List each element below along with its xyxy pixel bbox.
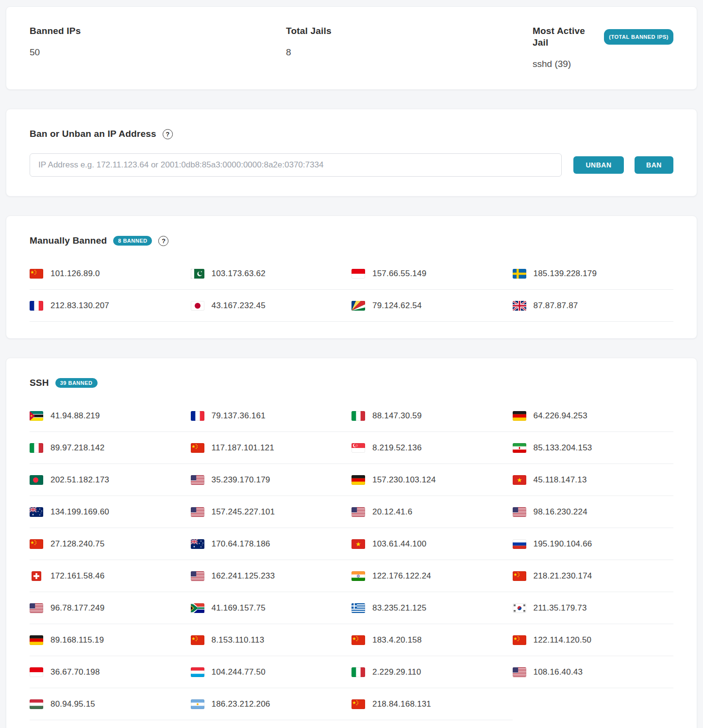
flag-it-icon xyxy=(30,443,43,453)
banned-ip-address: 104.244.77.50 xyxy=(212,667,266,677)
flag-lu-icon xyxy=(191,667,204,677)
banned-ip-item: 122.114.120.50 xyxy=(513,624,674,656)
question-circle-icon[interactable]: ? xyxy=(163,129,173,139)
flag-us-icon xyxy=(513,667,526,677)
flag-kr-icon xyxy=(513,603,526,613)
flag-id-icon xyxy=(352,269,365,279)
banned-ip-item: 85.133.204.153 xyxy=(513,432,674,464)
banned-ip-address: 170.64.178.186 xyxy=(212,539,270,549)
flag-ir-icon xyxy=(513,443,526,453)
flag-cn-icon xyxy=(513,635,526,645)
total-jails-value: 8 xyxy=(286,47,533,58)
flag-pk-icon xyxy=(191,269,204,279)
banned-ip-item: 79.124.62.54 xyxy=(352,290,513,322)
ip-address-input[interactable] xyxy=(30,153,562,177)
banned-ip-item: 134.199.169.60 xyxy=(30,496,191,528)
ssh-ip-grid: 41.94.88.219 79.137.36.161 88.147.30.59 … xyxy=(30,400,673,720)
banned-ip-item: 186.23.212.206 xyxy=(191,688,352,720)
banned-ip-item: 87.87.87.87 xyxy=(513,290,674,322)
dashboard-page: Banned IPs 50 Total Jails 8 Most Active … xyxy=(0,0,703,728)
banned-ip-address: 79.137.36.161 xyxy=(212,411,266,421)
ban-form-card: Ban or Unban an IP Address ? UNBAN BAN xyxy=(6,109,697,197)
banned-ip-address: 43.167.232.45 xyxy=(212,301,266,311)
banned-ip-address: 85.133.204.153 xyxy=(534,443,592,453)
banned-ip-item: 202.51.182.173 xyxy=(30,464,191,496)
banned-ip-item: 172.161.58.46 xyxy=(30,560,191,592)
banned-ip-address: 41.94.88.219 xyxy=(50,411,100,421)
stat-most-active-jail: Most Active Jail (TOTAL BANNED IPS) sshd… xyxy=(533,25,673,70)
banned-ip-address: 80.94.95.15 xyxy=(50,699,95,709)
banned-ip-item: 83.235.21.125 xyxy=(352,592,513,624)
banned-ip-item: 8.219.52.136 xyxy=(352,432,513,464)
banned-ip-address: 157.230.103.124 xyxy=(372,475,436,485)
flag-ru-icon xyxy=(513,539,526,549)
banned-ip-item: 218.84.168.131 xyxy=(352,688,513,720)
banned-ip-item: 157.66.55.149 xyxy=(352,258,513,290)
banned-ip-address: 8.153.110.113 xyxy=(212,635,265,645)
banned-ip-item: 98.16.230.224 xyxy=(513,496,674,528)
stat-banned-ips: Banned IPs 50 xyxy=(30,25,286,70)
manually-banned-ip-grid: 101.126.89.0 103.173.63.62 157.66.55.149… xyxy=(30,258,673,322)
banned-ip-item: 96.78.177.249 xyxy=(30,592,191,624)
total-banned-ips-badge: (TOTAL BANNED IPS) xyxy=(604,29,673,45)
banned-ip-address: 218.84.168.131 xyxy=(372,699,431,709)
banned-ips-label: Banned IPs xyxy=(30,25,286,37)
flag-cn-icon xyxy=(352,635,365,645)
flag-au-icon xyxy=(30,507,43,517)
banned-ip-item: 117.187.101.121 xyxy=(191,432,352,464)
banned-ip-address: 103.61.44.100 xyxy=(372,539,426,549)
banned-ip-address: 186.23.212.206 xyxy=(212,699,270,709)
banned-ip-address: 103.173.63.62 xyxy=(212,269,266,279)
banned-ip-item: 80.94.95.15 xyxy=(30,688,191,720)
flag-cn-icon xyxy=(513,571,526,581)
banned-ip-item: 79.137.36.161 xyxy=(191,400,352,432)
flag-cn-icon xyxy=(191,443,204,453)
flag-it-icon xyxy=(352,667,365,677)
most-active-jail-label: Most Active Jail xyxy=(533,25,598,49)
banned-ip-address: 89.97.218.142 xyxy=(50,443,104,453)
flag-us-icon xyxy=(191,475,204,485)
flag-cn-icon xyxy=(30,539,43,549)
banned-ip-address: 157.66.55.149 xyxy=(372,269,426,279)
flag-vn-icon xyxy=(513,475,526,485)
flag-fr-icon xyxy=(191,411,204,421)
flag-sc-icon xyxy=(352,301,365,311)
banned-ip-item: 36.67.70.198 xyxy=(30,656,191,688)
unban-button[interactable]: UNBAN xyxy=(573,156,624,174)
flag-sg-icon xyxy=(352,443,365,453)
banned-ip-address: 64.226.94.253 xyxy=(534,411,587,421)
manually-banned-title: Manually Banned xyxy=(30,234,107,247)
banned-ip-item: 103.173.63.62 xyxy=(191,258,352,290)
banned-ip-item: 89.168.115.19 xyxy=(30,624,191,656)
ssh-count-badge: 39 BANNED xyxy=(55,378,98,388)
banned-ip-item: 88.147.30.59 xyxy=(352,400,513,432)
banned-ip-address: 2.229.29.110 xyxy=(372,667,421,677)
banned-ip-item: 41.169.157.75 xyxy=(191,592,352,624)
flag-de-icon xyxy=(513,411,526,421)
banned-ip-item: 108.16.40.43 xyxy=(513,656,674,688)
flag-ar-icon xyxy=(191,699,204,709)
banned-ip-item: 43.167.232.45 xyxy=(191,290,352,322)
banned-ip-address: 36.67.70.198 xyxy=(50,667,100,677)
banned-ip-address: 8.219.52.136 xyxy=(372,443,422,453)
manually-banned-card: Manually Banned 8 BANNED ? 101.126.89.0 … xyxy=(6,215,697,339)
banned-ip-address: 27.128.240.75 xyxy=(50,539,104,549)
manually-banned-count-badge: 8 BANNED xyxy=(113,236,152,246)
flag-us-icon xyxy=(191,571,204,581)
banned-ip-address: 134.199.169.60 xyxy=(50,507,109,517)
flag-se-icon xyxy=(513,269,526,279)
banned-ip-item: 157.245.227.101 xyxy=(191,496,352,528)
banned-ips-value: 50 xyxy=(30,47,286,58)
banned-ip-address: 35.239.170.179 xyxy=(212,475,270,485)
flag-de-icon xyxy=(352,475,365,485)
question-circle-icon[interactable]: ? xyxy=(158,236,168,246)
ban-button[interactable]: BAN xyxy=(635,156,673,174)
banned-ip-item: 35.239.170.179 xyxy=(191,464,352,496)
flag-cn-icon xyxy=(191,635,204,645)
banned-ip-item: 41.94.88.219 xyxy=(30,400,191,432)
banned-ip-address: 212.83.130.207 xyxy=(50,301,109,311)
banned-ip-item: 185.139.228.179 xyxy=(513,258,674,290)
banned-ip-item: 104.244.77.50 xyxy=(191,656,352,688)
banned-ip-address: 117.187.101.121 xyxy=(212,443,274,453)
banned-ip-item: 45.118.147.13 xyxy=(513,464,674,496)
